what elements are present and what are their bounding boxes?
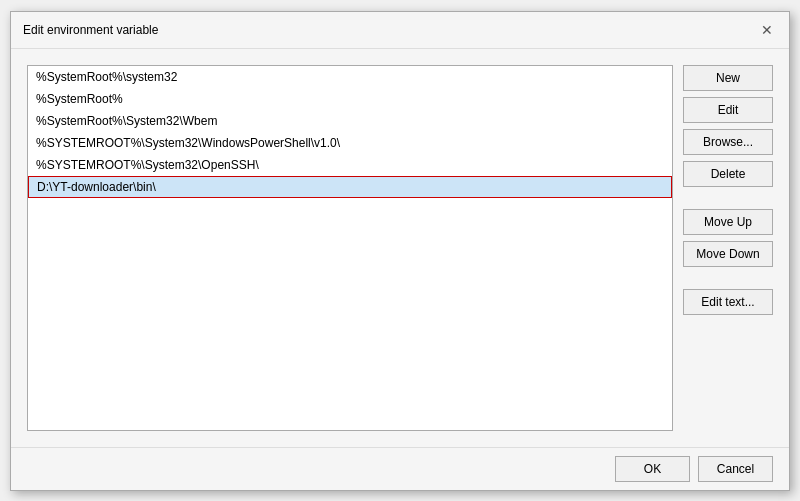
list-item[interactable]: %SYSTEMROOT%\System32\WindowsPowerShell\… xyxy=(28,132,672,154)
edit-env-dialog: Edit environment variable ✕ %SystemRoot%… xyxy=(10,11,790,491)
close-button[interactable]: ✕ xyxy=(757,20,777,40)
list-item[interactable]: %SystemRoot%\system32 xyxy=(28,66,672,88)
dialog-title: Edit environment variable xyxy=(23,23,158,37)
ok-button[interactable]: OK xyxy=(615,456,690,482)
list-item[interactable]: %SystemRoot% xyxy=(28,88,672,110)
move-up-button[interactable]: Move Up xyxy=(683,209,773,235)
action-buttons-panel: New Edit Browse... Delete Move Up Move D… xyxy=(683,65,773,431)
move-down-button[interactable]: Move Down xyxy=(683,241,773,267)
title-bar: Edit environment variable ✕ xyxy=(11,12,789,49)
spacer2 xyxy=(683,273,773,283)
list-item[interactable]: %SYSTEMROOT%\System32\OpenSSH\ xyxy=(28,154,672,176)
new-button[interactable]: New xyxy=(683,65,773,91)
delete-button[interactable]: Delete xyxy=(683,161,773,187)
spacer1 xyxy=(683,193,773,203)
env-variable-list[interactable]: %SystemRoot%\system32%SystemRoot%%System… xyxy=(27,65,673,431)
edit-button[interactable]: Edit xyxy=(683,97,773,123)
dialog-footer: OK Cancel xyxy=(11,447,789,490)
cancel-button[interactable]: Cancel xyxy=(698,456,773,482)
list-item[interactable]: D:\YT-downloader\bin\ xyxy=(28,176,672,198)
dialog-body: %SystemRoot%\system32%SystemRoot%%System… xyxy=(11,49,789,447)
edit-text-button[interactable]: Edit text... xyxy=(683,289,773,315)
list-item[interactable]: %SystemRoot%\System32\Wbem xyxy=(28,110,672,132)
browse-button[interactable]: Browse... xyxy=(683,129,773,155)
